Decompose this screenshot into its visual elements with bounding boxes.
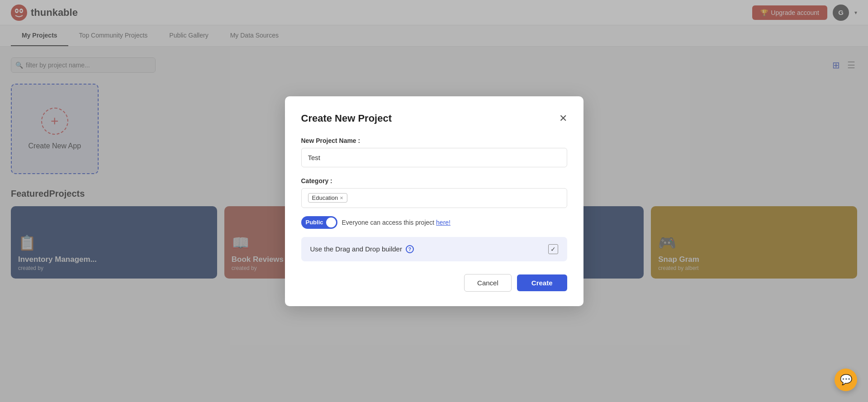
modal-overlay: Create New Project ✕ New Project Name : … — [0, 0, 868, 402]
toggle-knob — [326, 218, 336, 227]
category-tag-education: Education × — [308, 193, 347, 203]
modal-close-button[interactable]: ✕ — [559, 114, 567, 123]
project-name-label: New Project Name : — [301, 137, 567, 144]
drag-drop-help-icon[interactable]: ? — [406, 245, 414, 253]
project-name-input[interactable] — [301, 148, 567, 167]
toggle-description: Everyone can access this project here! — [342, 219, 451, 226]
public-toggle[interactable]: Public — [301, 216, 337, 229]
drag-drop-label: Use the Drag and Drop builder ? — [310, 245, 414, 253]
category-label: Category : — [301, 177, 567, 184]
category-tag-remove[interactable]: × — [340, 194, 343, 201]
chat-bubble[interactable]: 💬 — [835, 369, 857, 391]
drag-drop-checkbox[interactable]: ✓ — [548, 244, 558, 254]
toggle-link[interactable]: here! — [436, 219, 451, 226]
cancel-button[interactable]: Cancel — [464, 274, 512, 292]
modal-footer: Cancel Create — [301, 274, 567, 292]
create-new-project-modal: Create New Project ✕ New Project Name : … — [285, 96, 583, 306]
drag-drop-checkmark-icon: ✓ — [550, 246, 556, 253]
category-tag-text: Education — [312, 194, 338, 201]
category-field[interactable]: Education × — [301, 188, 567, 208]
drag-drop-box: Use the Drag and Drop builder ? ✓ — [301, 237, 567, 261]
modal-header: Create New Project ✕ — [301, 113, 567, 124]
modal-title: Create New Project — [301, 113, 392, 124]
create-button[interactable]: Create — [517, 274, 567, 291]
toggle-pill-label: Public — [306, 219, 323, 226]
toggle-row: Public Everyone can access this project … — [301, 216, 567, 229]
chat-icon: 💬 — [840, 374, 852, 386]
